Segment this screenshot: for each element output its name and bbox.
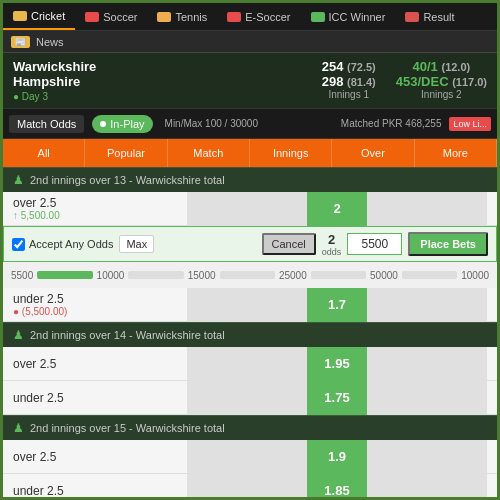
- section1-header: ♟ 2nd innings over 13 - Warwickshire tot…: [3, 167, 497, 192]
- cricket-tab-label: Cricket: [31, 10, 65, 22]
- tennis-tab-label: Tennis: [175, 11, 207, 23]
- slider-seg5[interactable]: [402, 271, 457, 279]
- nav-tab-soccer[interactable]: Soccer: [75, 3, 147, 30]
- slider-seg4[interactable]: [311, 271, 366, 279]
- filter-tab-more[interactable]: More: [415, 139, 497, 167]
- back-odds-over25-s2[interactable]: 1.95: [307, 347, 367, 381]
- back-odds-under25-s3[interactable]: 1.85: [307, 474, 367, 501]
- section3-header: ♟ 2nd innings over 15 - Warwickshire tot…: [3, 415, 497, 440]
- innings2-label: Innings 2: [396, 89, 487, 100]
- section3-title: 2nd innings over 15 - Warwickshire total: [30, 422, 225, 434]
- bet-slip: Accept Any Odds Max Cancel 2 odds Place …: [3, 226, 497, 262]
- section2-icon: ♟: [13, 328, 24, 342]
- place-bets-button[interactable]: Place Bets: [408, 232, 488, 256]
- filter-tab-match[interactable]: Match: [168, 139, 250, 167]
- nav-tab-tennis[interactable]: Tennis: [147, 3, 217, 30]
- bet-label-under25-s3: under 2.5: [13, 484, 187, 498]
- cancel-button[interactable]: Cancel: [262, 233, 316, 255]
- empty-u-cell2: [247, 288, 307, 322]
- lay-cell2: [427, 192, 487, 226]
- nav-tab-esoccer[interactable]: E-Soccer: [217, 3, 300, 30]
- soccer-tab-label: Soccer: [103, 11, 137, 23]
- score1-main: 254: [322, 59, 344, 74]
- bet-row-over25-s1: over 2.5 ↑ 5,500.00 2: [3, 192, 497, 226]
- innings1-label: Innings 1: [322, 89, 376, 100]
- scores-column: 254 (72.5) 298 (81.4) Innings 1 40/1 (12…: [322, 59, 487, 100]
- filter-tab-innings[interactable]: Innings: [250, 139, 332, 167]
- news-icon: 📰: [11, 36, 30, 48]
- back-odds-over25-s3[interactable]: 1.9: [307, 440, 367, 474]
- s3u-empty2: [247, 474, 307, 501]
- score4-main: 453/DEC: [396, 74, 449, 89]
- bet-label-under25-s1: under 2.5 ● (5,500.00): [13, 292, 187, 317]
- slider-seg2[interactable]: [128, 271, 183, 279]
- slider-val4: 25000: [279, 270, 307, 281]
- accept-odds-label: Accept Any Odds: [29, 238, 113, 250]
- news-label: News: [36, 36, 64, 48]
- nav-tab-result[interactable]: Result: [395, 3, 464, 30]
- team1-name: Warwickshire: [13, 59, 96, 74]
- slider-val1: 5500: [11, 270, 33, 281]
- slider-val5: 50000: [370, 270, 398, 281]
- stake-input[interactable]: [347, 233, 402, 255]
- slider-bar: 5500 10000 15000 25000 50000 10000: [3, 262, 497, 288]
- top-navigation: Cricket Soccer Tennis E-Soccer ICC Winne…: [3, 3, 497, 31]
- result-tab-label: Result: [423, 11, 454, 23]
- section2-title: 2nd innings over 14 - Warwickshire total: [30, 329, 225, 341]
- bet-label-over25-s1: over 2.5 ↑ 5,500.00: [13, 196, 187, 221]
- slider-val6: 10000: [461, 270, 489, 281]
- s3-lay1: [367, 440, 427, 474]
- s3-empty1: [187, 440, 247, 474]
- filter-tab-over[interactable]: Over: [332, 139, 414, 167]
- lay-cell1: [367, 192, 427, 226]
- score2-over: (81.4): [347, 76, 376, 88]
- slider-seg1[interactable]: [37, 271, 92, 279]
- bet-row-over25-s3: over 2.5 1.9: [3, 440, 497, 474]
- back-odds-under25-s1[interactable]: 1.7: [307, 288, 367, 322]
- filter-tab-popular[interactable]: Popular: [85, 139, 167, 167]
- slider-val3: 15000: [188, 270, 216, 281]
- bet-row-over25-s2: over 2.5 1.95: [3, 347, 497, 381]
- s3-lay2: [427, 440, 487, 474]
- score2-line: 298 (81.4): [322, 74, 376, 89]
- empty-cell2: [247, 192, 307, 226]
- section1-title: 2nd innings over 13 - Warwickshire total: [30, 174, 225, 186]
- bet-label-over25-s3: over 2.5: [13, 450, 187, 464]
- score3-over: (12.0): [441, 61, 470, 73]
- teams-column: Warwickshire Hampshire ● Day 3: [13, 59, 96, 102]
- in-play-label: In-Play: [110, 118, 144, 130]
- back-odds-under25-s2[interactable]: 1.75: [307, 381, 367, 415]
- nav-tab-cricket[interactable]: Cricket: [3, 3, 75, 30]
- s2-lay2: [427, 347, 487, 381]
- score1-line: 254 (72.5): [322, 59, 376, 74]
- s2-empty1: [187, 347, 247, 381]
- s2u-empty2: [247, 381, 307, 415]
- accept-odds-check[interactable]: Accept Any Odds: [12, 238, 113, 251]
- lay-u-cell2: [427, 288, 487, 322]
- score4-line: 453/DEC (117.0): [396, 74, 487, 89]
- lay-u-cell1: [367, 288, 427, 322]
- matched-text: Matched PKR 468,255: [341, 118, 442, 129]
- s3u-lay2: [427, 474, 487, 501]
- s3-empty2: [247, 440, 307, 474]
- back-odds-over25-s1[interactable]: 2: [307, 192, 367, 226]
- filter-tab-all[interactable]: All: [3, 139, 85, 167]
- odds-value: 2: [328, 232, 335, 247]
- score2-main: 298: [322, 74, 344, 89]
- accept-odds-checkbox[interactable]: [12, 238, 25, 251]
- nav-tab-icc[interactable]: ICC Winner: [301, 3, 396, 30]
- slider-seg3[interactable]: [220, 271, 275, 279]
- filter-tabs: All Popular Match Innings Over More: [3, 139, 497, 167]
- innings1-block: 254 (72.5) 298 (81.4) Innings 1: [322, 59, 376, 100]
- match-controls: Match Odds In-Play Min/Max 100 / 30000 M…: [3, 109, 497, 139]
- match-odds-button[interactable]: Match Odds: [9, 115, 84, 133]
- s2-lay1: [367, 347, 427, 381]
- min-max-label: Min/Max 100 / 30000: [165, 118, 258, 129]
- score3-main: 40/1: [413, 59, 438, 74]
- soccer-icon: [85, 12, 99, 22]
- section3-icon: ♟: [13, 421, 24, 435]
- in-play-button[interactable]: In-Play: [92, 115, 152, 133]
- bet-sublabel-under25-s1: ● (5,500.00): [13, 306, 187, 317]
- odds-display: 2 odds: [322, 232, 342, 257]
- max-button[interactable]: Max: [119, 235, 154, 253]
